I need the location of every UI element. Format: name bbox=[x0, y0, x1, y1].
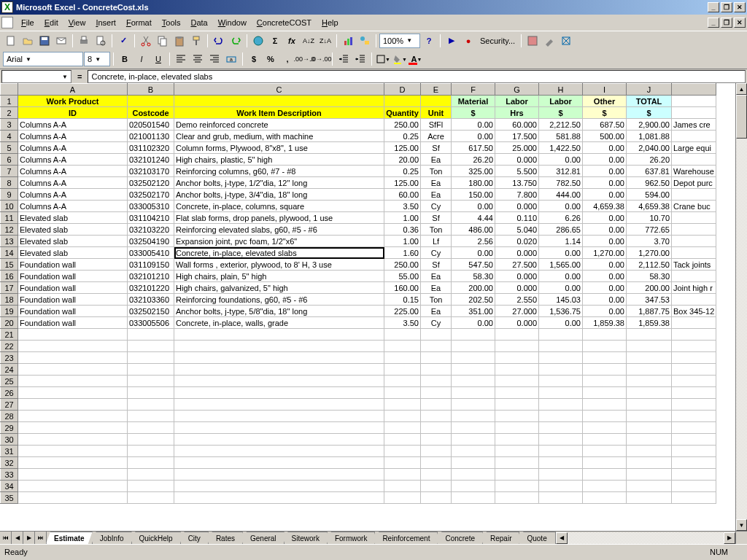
row-header-2[interactable]: 2 bbox=[1, 107, 18, 119]
cell[interactable]: 2,212.50 bbox=[539, 119, 583, 131]
align-left-button[interactable] bbox=[173, 51, 189, 67]
cell[interactable]: 286.65 bbox=[539, 224, 583, 236]
cell[interactable] bbox=[583, 376, 627, 387]
cell[interactable] bbox=[128, 341, 174, 352]
cell[interactable] bbox=[672, 189, 716, 201]
new-button[interactable] bbox=[3, 33, 19, 49]
cell[interactable] bbox=[421, 399, 452, 411]
menu-help[interactable]: Help bbox=[317, 17, 344, 28]
tab-quote[interactable]: Quote bbox=[519, 532, 554, 544]
cell[interactable]: Foundation wall bbox=[18, 271, 128, 282]
col-header-J[interactable]: J bbox=[627, 84, 672, 96]
cell[interactable] bbox=[384, 364, 421, 376]
cell[interactable]: 0.00 bbox=[539, 317, 583, 329]
header-cell[interactable]: $ bbox=[452, 107, 495, 119]
cell[interactable] bbox=[627, 352, 672, 364]
tab-rates[interactable]: Rates bbox=[208, 532, 243, 544]
function-button[interactable]: fx bbox=[284, 33, 300, 49]
cell[interactable] bbox=[384, 329, 421, 341]
cell[interactable]: 0.000 bbox=[495, 201, 539, 212]
cell[interactable] bbox=[539, 341, 583, 352]
copy-button[interactable] bbox=[155, 33, 171, 49]
cell[interactable]: 0.00 bbox=[452, 317, 495, 329]
cell[interactable] bbox=[18, 469, 128, 481]
cell[interactable] bbox=[384, 446, 421, 457]
cell[interactable]: Column forms, Plywood, 8"x8", 1 use bbox=[174, 142, 384, 154]
security-button[interactable]: Security... bbox=[477, 36, 518, 45]
cell[interactable]: 60.000 bbox=[495, 119, 539, 131]
cell[interactable]: Ea bbox=[421, 306, 452, 317]
cell[interactable]: 032103220 bbox=[128, 224, 174, 236]
cell[interactable] bbox=[128, 376, 174, 387]
cell[interactable]: 032101220 bbox=[128, 282, 174, 294]
cell[interactable]: 2.56 bbox=[452, 236, 495, 247]
cell[interactable]: 1.14 bbox=[539, 236, 583, 247]
col-header-[interactable] bbox=[672, 84, 716, 96]
cell[interactable]: Ton bbox=[421, 166, 452, 177]
header-cell[interactable] bbox=[384, 96, 421, 107]
cell[interactable]: Reinforcing foundations, g60, #5 - #6 bbox=[174, 294, 384, 306]
cell[interactable] bbox=[452, 469, 495, 481]
cell[interactable] bbox=[421, 422, 452, 434]
cell[interactable] bbox=[452, 492, 495, 504]
cell[interactable] bbox=[495, 352, 539, 364]
cell[interactable]: Expansion joint, pvc foam, 1/2"x6" bbox=[174, 236, 384, 247]
restore-button[interactable]: ❐ bbox=[721, 2, 732, 12]
cell[interactable]: 1.60 bbox=[384, 247, 421, 259]
cell[interactable] bbox=[583, 469, 627, 481]
cell[interactable]: 0.00 bbox=[583, 306, 627, 317]
cell[interactable] bbox=[627, 446, 672, 457]
cell[interactable]: Concrete, in-place, walls, grade bbox=[174, 317, 384, 329]
row-header-15[interactable]: 15 bbox=[1, 259, 18, 271]
tab-concrete[interactable]: Concrete bbox=[437, 532, 483, 544]
row-header-24[interactable]: 24 bbox=[1, 364, 18, 376]
autosum-button[interactable]: Σ bbox=[267, 33, 283, 49]
row-header-17[interactable]: 17 bbox=[1, 282, 18, 294]
tab-sitework[interactable]: Sitework bbox=[284, 532, 328, 544]
cell[interactable]: Reinforcing columns, g60, #7 - #8 bbox=[174, 166, 384, 177]
row-header-7[interactable]: 7 bbox=[1, 166, 18, 177]
cell[interactable] bbox=[384, 469, 421, 481]
cell[interactable]: 486.00 bbox=[452, 224, 495, 236]
cell[interactable] bbox=[495, 341, 539, 352]
cell[interactable]: Ea bbox=[421, 177, 452, 189]
cell[interactable]: Columns A-A bbox=[18, 201, 128, 212]
cell[interactable]: 58.30 bbox=[452, 271, 495, 282]
cell[interactable] bbox=[583, 492, 627, 504]
cell[interactable]: 0.00 bbox=[583, 236, 627, 247]
cell[interactable] bbox=[452, 434, 495, 446]
cell[interactable] bbox=[672, 446, 716, 457]
cell[interactable]: 2,112.50 bbox=[627, 259, 672, 271]
menu-file[interactable]: File bbox=[16, 17, 39, 28]
cell[interactable]: 0.020 bbox=[495, 236, 539, 247]
cell[interactable]: Columns A-A bbox=[18, 142, 128, 154]
cell[interactable] bbox=[495, 446, 539, 457]
cell[interactable] bbox=[539, 387, 583, 399]
row-header-26[interactable]: 26 bbox=[1, 387, 18, 399]
cell[interactable] bbox=[128, 411, 174, 422]
cell[interactable]: 0.00 bbox=[583, 224, 627, 236]
cell[interactable] bbox=[452, 422, 495, 434]
cell[interactable] bbox=[627, 411, 672, 422]
cell[interactable] bbox=[452, 411, 495, 422]
cell[interactable]: 033005410 bbox=[128, 247, 174, 259]
cell[interactable] bbox=[539, 481, 583, 492]
menu-window[interactable]: Window bbox=[213, 17, 252, 28]
cell[interactable]: 031104210 bbox=[128, 212, 174, 224]
cell[interactable] bbox=[174, 469, 384, 481]
cell[interactable]: Foundation wall bbox=[18, 306, 128, 317]
cell[interactable]: 1,859.38 bbox=[627, 317, 672, 329]
design-button[interactable] bbox=[558, 33, 574, 49]
open-button[interactable] bbox=[20, 33, 36, 49]
cell[interactable]: High chairs, plastic, 5" high bbox=[174, 154, 384, 166]
header-cell[interactable]: Other bbox=[583, 96, 627, 107]
row-header-21[interactable]: 21 bbox=[1, 329, 18, 341]
cell[interactable] bbox=[627, 434, 672, 446]
row-header-22[interactable]: 22 bbox=[1, 341, 18, 352]
cell[interactable]: 0.000 bbox=[495, 317, 539, 329]
cell[interactable] bbox=[583, 434, 627, 446]
cell[interactable] bbox=[672, 224, 716, 236]
header-cell[interactable]: Labor bbox=[495, 96, 539, 107]
cell[interactable] bbox=[672, 492, 716, 504]
cell[interactable]: High chairs, galvanized, 5" high bbox=[174, 282, 384, 294]
